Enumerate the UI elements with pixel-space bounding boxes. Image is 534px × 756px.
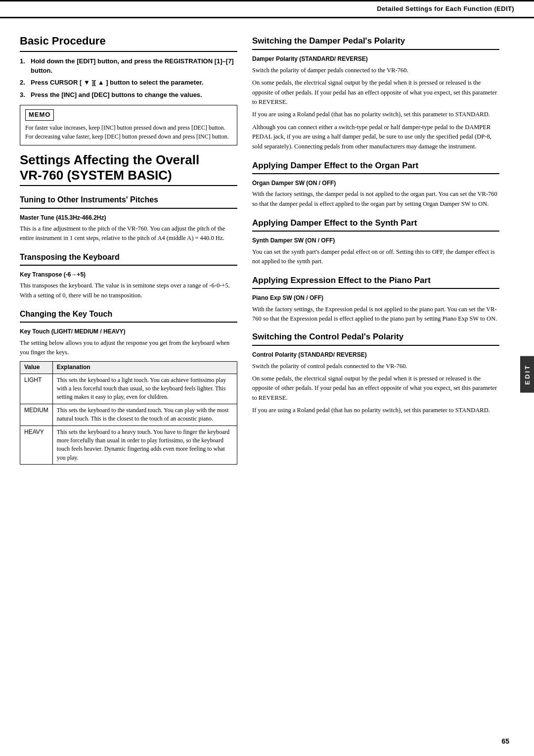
- damper-polarity-title: Switching the Damper Pedal's Polarity: [252, 35, 499, 47]
- table-row: MEDIUM This sets the keyboard to the sta…: [20, 404, 237, 425]
- control-polarity-param: Control Polarity (STANDARD/ REVERSE): [252, 351, 499, 359]
- organ-damper-section: Applying Damper Effect to the Organ Part…: [252, 160, 499, 209]
- damper-polarity-p1: Switch the polarity of damper pedals con…: [252, 66, 499, 75]
- page-container: Detailed Settings for Each Function (EDI…: [0, 0, 534, 756]
- transposing-body: This transposes the keyboard. The value …: [20, 281, 237, 300]
- organ-damper-title: Applying Damper Effect to the Organ Part: [252, 160, 499, 171]
- table-cell-explanation-medium: This sets the keyboard to the standard t…: [52, 404, 237, 425]
- tuning-body: This is a fine adjustment to the pitch o…: [20, 224, 237, 243]
- top-header: Detailed Settings for Each Function (EDI…: [0, 0, 534, 18]
- expression-piano-body: With the factory settings, the Expressio…: [252, 305, 499, 324]
- memo-box: MEMO For faster value increases, keep [I…: [20, 105, 237, 145]
- organ-damper-divider: [252, 173, 499, 174]
- damper-polarity-p4: Although you can connect either a switch…: [252, 123, 499, 151]
- key-touch-intro: The setting below allows you to adjust t…: [20, 338, 237, 358]
- synth-damper-divider: [252, 231, 499, 232]
- table-col2: Explanation: [52, 362, 237, 374]
- damper-polarity-param: Damper Polarity (STANDARD/ REVERSE): [252, 55, 499, 63]
- steps-list: 1. Hold down the [EDIT] button, and pres…: [20, 57, 237, 100]
- system-basic-title: Settings Affecting the Overall VR-760 (S…: [20, 152, 237, 183]
- step-1-text: Hold down the [EDIT] button, and press t…: [31, 57, 237, 76]
- control-polarity-p1: Switch the polarity of control pedals co…: [252, 362, 499, 371]
- tuning-divider: [20, 208, 237, 209]
- organ-damper-body: With the factory settings, the damper pe…: [252, 189, 499, 209]
- step-1: 1. Hold down the [EDIT] button, and pres…: [20, 57, 237, 76]
- step-3-number: 3.: [20, 91, 28, 100]
- expression-piano-divider: [252, 288, 499, 289]
- key-touch-section: Changing the Key Touch Key Touch (LIGHT/…: [20, 308, 237, 465]
- memo-text: For faster value increases, keep [INC] b…: [25, 123, 232, 141]
- key-touch-title: Changing the Key Touch: [20, 308, 237, 320]
- key-touch-divider: [20, 322, 237, 323]
- table-cell-explanation-heavy: This sets the keyboard to a heavy touch.…: [52, 425, 237, 465]
- system-basic-divider: [20, 185, 237, 186]
- control-polarity-title: Switching the Control Pedal's Polarity: [252, 331, 499, 343]
- synth-damper-section: Applying Damper Effect to the Synth Part…: [252, 218, 499, 266]
- control-polarity-divider: [252, 345, 499, 346]
- table-cell-value-light: LIGHT: [20, 374, 53, 404]
- tuning-param: Master Tune (415.3Hz-466.2Hz): [20, 214, 237, 222]
- transposing-title: Transposing the Keyboard: [20, 251, 237, 263]
- basic-procedure-divider: [20, 51, 237, 52]
- control-polarity-p2: On some pedals, the electrical signal ou…: [252, 374, 499, 403]
- system-basic-section: Settings Affecting the Overall VR-760 (S…: [20, 152, 237, 465]
- step-1-number: 1.: [20, 57, 28, 76]
- transposing-divider: [20, 265, 237, 266]
- side-tab-edit: EDIT: [520, 356, 534, 393]
- expression-piano-param: Piano Exp SW (ON / OFF): [252, 294, 499, 302]
- step-2: 2. Press CURSOR [ ▼ ][ ▲ ] button to sel…: [20, 78, 237, 88]
- synth-damper-param: Synth Damper SW (ON / OFF): [252, 236, 499, 245]
- header-text: Detailed Settings for Each Function (EDI…: [377, 5, 514, 12]
- basic-procedure-title: Basic Procedure: [20, 33, 237, 49]
- damper-polarity-p3: If you are using a Roland pedal (that ha…: [252, 110, 499, 119]
- table-cell-explanation-light: This sets the keyboard to a light touch.…: [52, 374, 237, 404]
- memo-logo: MEMO: [25, 109, 54, 121]
- step-2-text: Press CURSOR [ ▼ ][ ▲ ] button to select…: [31, 78, 203, 88]
- synth-damper-title: Applying Damper Effect to the Synth Part: [252, 218, 499, 229]
- right-column: Switching the Damper Pedal's Polarity Da…: [252, 28, 514, 465]
- table-cell-value-heavy: HEAVY: [20, 425, 53, 465]
- damper-polarity-section: Switching the Damper Pedal's Polarity Da…: [252, 35, 499, 151]
- table-cell-value-medium: MEDIUM: [20, 404, 53, 425]
- basic-procedure-section: Basic Procedure 1. Hold down the [EDIT] …: [20, 33, 237, 145]
- table-row: LIGHT This sets the keyboard to a light …: [20, 374, 237, 404]
- page-number: 65: [501, 736, 509, 746]
- control-polarity-section: Switching the Control Pedal's Polarity C…: [252, 331, 499, 416]
- control-polarity-p3: If you are using a Roland pedal (that ha…: [252, 406, 499, 415]
- key-touch-table: Value Explanation LIGHT This sets the ke…: [20, 361, 237, 465]
- transposing-section: Transposing the Keyboard Key Transpose (…: [20, 251, 237, 300]
- step-3: 3. Press the [INC] and [DEC] buttons to …: [20, 91, 237, 100]
- synth-damper-body: You can set the synth part's damper peda…: [252, 247, 499, 267]
- table-row: HEAVY This sets the keyboard to a heavy …: [20, 425, 237, 465]
- tuning-section: Tuning to Other Instruments' Pitches Mas…: [20, 194, 237, 243]
- expression-piano-section: Applying Expression Effect to the Piano …: [252, 275, 499, 324]
- organ-damper-param: Organ Damper SW (ON / OFF): [252, 179, 499, 188]
- expression-piano-title: Applying Expression Effect to the Piano …: [252, 275, 499, 286]
- table-col1: Value: [20, 362, 53, 374]
- key-touch-param: Key Touch (LIGHT/ MEDIUM / HEAVY): [20, 328, 237, 336]
- tuning-title: Tuning to Other Instruments' Pitches: [20, 194, 237, 205]
- damper-polarity-p2: On some pedals, the electrical signal ou…: [252, 78, 499, 107]
- transposing-param: Key Transpose (-6→+5): [20, 271, 237, 279]
- step-2-number: 2.: [20, 78, 28, 88]
- step-3-text: Press the [INC] and [DEC] buttons to cha…: [31, 91, 202, 100]
- main-content: Basic Procedure 1. Hold down the [EDIT] …: [0, 18, 534, 474]
- left-column: Basic Procedure 1. Hold down the [EDIT] …: [20, 28, 237, 465]
- damper-polarity-divider: [252, 49, 499, 50]
